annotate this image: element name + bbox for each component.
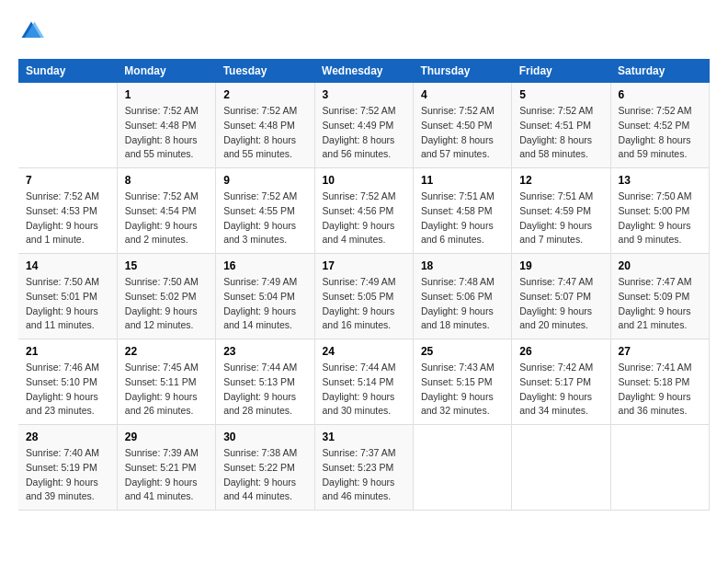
day-cell: 21 Sunrise: 7:46 AMSunset: 5:10 PMDaylig…	[18, 339, 117, 425]
day-cell: 10 Sunrise: 7:52 AMSunset: 4:56 PMDaylig…	[314, 168, 413, 254]
day-cell: 25 Sunrise: 7:43 AMSunset: 5:15 PMDaylig…	[413, 339, 511, 425]
week-row-4: 21 Sunrise: 7:46 AMSunset: 5:10 PMDaylig…	[18, 339, 710, 425]
day-cell: 23 Sunrise: 7:44 AMSunset: 5:13 PMDaylig…	[216, 339, 314, 425]
day-info: Sunrise: 7:43 AMSunset: 5:15 PMDaylight:…	[421, 361, 504, 419]
day-info: Sunrise: 7:50 AMSunset: 5:02 PMDaylight:…	[125, 275, 208, 333]
day-cell: 5 Sunrise: 7:52 AMSunset: 4:51 PMDayligh…	[512, 83, 610, 168]
day-cell: 27 Sunrise: 7:41 AMSunset: 5:18 PMDaylig…	[610, 339, 709, 425]
day-cell: 26 Sunrise: 7:42 AMSunset: 5:17 PMDaylig…	[512, 339, 610, 425]
day-number: 30	[223, 431, 306, 443]
day-cell: 28 Sunrise: 7:40 AMSunset: 5:19 PMDaylig…	[18, 425, 117, 511]
week-row-5: 28 Sunrise: 7:40 AMSunset: 5:19 PMDaylig…	[18, 425, 710, 511]
column-header-sunday: Sunday	[18, 59, 117, 83]
day-info: Sunrise: 7:48 AMSunset: 5:06 PMDaylight:…	[421, 275, 504, 333]
day-info: Sunrise: 7:52 AMSunset: 4:51 PMDaylight:…	[519, 104, 602, 162]
day-number: 31	[323, 431, 405, 443]
day-cell: 9 Sunrise: 7:52 AMSunset: 4:55 PMDayligh…	[216, 168, 314, 254]
day-info: Sunrise: 7:39 AMSunset: 5:21 PMDaylight:…	[125, 446, 208, 504]
week-row-2: 7 Sunrise: 7:52 AMSunset: 4:53 PMDayligh…	[18, 168, 710, 254]
day-number: 8	[125, 174, 208, 187]
day-cell: 16 Sunrise: 7:49 AMSunset: 5:04 PMDaylig…	[216, 254, 314, 339]
day-cell: 2 Sunrise: 7:52 AMSunset: 4:48 PMDayligh…	[216, 83, 314, 168]
day-number: 29	[125, 431, 208, 443]
day-info: Sunrise: 7:50 AMSunset: 5:01 PMDaylight:…	[26, 275, 109, 333]
day-cell: 24 Sunrise: 7:44 AMSunset: 5:14 PMDaylig…	[314, 339, 413, 425]
day-cell: 20 Sunrise: 7:47 AMSunset: 5:09 PMDaylig…	[610, 254, 709, 339]
day-info: Sunrise: 7:50 AMSunset: 5:00 PMDaylight:…	[619, 190, 701, 247]
day-cell: 3 Sunrise: 7:52 AMSunset: 4:49 PMDayligh…	[314, 83, 413, 168]
day-cell	[512, 425, 610, 511]
day-info: Sunrise: 7:51 AMSunset: 4:59 PMDaylight:…	[519, 190, 602, 247]
day-info: Sunrise: 7:52 AMSunset: 4:56 PMDaylight:…	[323, 190, 405, 247]
day-info: Sunrise: 7:38 AMSunset: 5:22 PMDaylight:…	[223, 446, 306, 504]
day-number: 12	[519, 174, 602, 187]
day-info: Sunrise: 7:52 AMSunset: 4:55 PMDaylight:…	[223, 190, 306, 247]
column-header-friday: Friday	[512, 59, 610, 83]
day-info: Sunrise: 7:47 AMSunset: 5:09 PMDaylight:…	[619, 275, 701, 333]
page-header	[18, 18, 710, 44]
day-cell: 8 Sunrise: 7:52 AMSunset: 4:54 PMDayligh…	[117, 168, 215, 254]
column-header-saturday: Saturday	[610, 59, 709, 83]
day-info: Sunrise: 7:49 AMSunset: 5:05 PMDaylight:…	[323, 275, 405, 333]
day-number: 7	[26, 174, 109, 187]
day-number: 19	[519, 259, 602, 272]
column-header-monday: Monday	[117, 59, 215, 83]
day-info: Sunrise: 7:45 AMSunset: 5:11 PMDaylight:…	[125, 361, 208, 419]
logo-icon	[18, 18, 44, 44]
day-cell: 11 Sunrise: 7:51 AMSunset: 4:58 PMDaylig…	[413, 168, 511, 254]
day-number: 2	[223, 88, 306, 101]
day-number: 10	[323, 174, 405, 187]
day-info: Sunrise: 7:52 AMSunset: 4:49 PMDaylight:…	[323, 104, 405, 162]
day-info: Sunrise: 7:41 AMSunset: 5:18 PMDaylight:…	[619, 361, 701, 419]
day-cell: 29 Sunrise: 7:39 AMSunset: 5:21 PMDaylig…	[117, 425, 215, 511]
column-header-tuesday: Tuesday	[216, 59, 314, 83]
day-number: 24	[323, 345, 405, 358]
header-row: SundayMondayTuesdayWednesdayThursdayFrid…	[18, 59, 710, 83]
logo	[18, 18, 48, 44]
day-cell: 22 Sunrise: 7:45 AMSunset: 5:11 PMDaylig…	[117, 339, 215, 425]
day-cell: 19 Sunrise: 7:47 AMSunset: 5:07 PMDaylig…	[512, 254, 610, 339]
calendar-body: 1 Sunrise: 7:52 AMSunset: 4:48 PMDayligh…	[18, 83, 710, 511]
day-number: 23	[223, 345, 306, 358]
week-row-3: 14 Sunrise: 7:50 AMSunset: 5:01 PMDaylig…	[18, 254, 710, 339]
week-row-1: 1 Sunrise: 7:52 AMSunset: 4:48 PMDayligh…	[18, 83, 710, 168]
day-number: 22	[125, 345, 208, 358]
day-cell: 31 Sunrise: 7:37 AMSunset: 5:23 PMDaylig…	[314, 425, 413, 511]
day-cell: 17 Sunrise: 7:49 AMSunset: 5:05 PMDaylig…	[314, 254, 413, 339]
column-header-thursday: Thursday	[413, 59, 511, 83]
day-number: 9	[223, 174, 306, 187]
day-cell	[18, 83, 117, 168]
day-number: 15	[125, 259, 208, 272]
calendar-header: SundayMondayTuesdayWednesdayThursdayFrid…	[18, 59, 710, 83]
day-number: 16	[223, 259, 306, 272]
day-cell: 7 Sunrise: 7:52 AMSunset: 4:53 PMDayligh…	[18, 168, 117, 254]
day-number: 4	[421, 88, 504, 101]
day-cell: 30 Sunrise: 7:38 AMSunset: 5:22 PMDaylig…	[216, 425, 314, 511]
day-number: 11	[421, 174, 504, 187]
day-info: Sunrise: 7:51 AMSunset: 4:58 PMDaylight:…	[421, 190, 504, 247]
day-number: 21	[26, 345, 109, 358]
day-number: 13	[619, 174, 701, 187]
day-number: 28	[26, 431, 109, 443]
day-cell: 15 Sunrise: 7:50 AMSunset: 5:02 PMDaylig…	[117, 254, 215, 339]
day-number: 6	[619, 88, 701, 101]
day-number: 14	[26, 259, 109, 272]
day-info: Sunrise: 7:47 AMSunset: 5:07 PMDaylight:…	[519, 275, 602, 333]
day-cell: 1 Sunrise: 7:52 AMSunset: 4:48 PMDayligh…	[117, 83, 215, 168]
day-info: Sunrise: 7:52 AMSunset: 4:48 PMDaylight:…	[223, 104, 306, 162]
day-info: Sunrise: 7:49 AMSunset: 5:04 PMDaylight:…	[223, 275, 306, 333]
day-cell: 4 Sunrise: 7:52 AMSunset: 4:50 PMDayligh…	[413, 83, 511, 168]
day-info: Sunrise: 7:42 AMSunset: 5:17 PMDaylight:…	[519, 361, 602, 419]
day-info: Sunrise: 7:52 AMSunset: 4:53 PMDaylight:…	[26, 190, 109, 247]
day-cell: 6 Sunrise: 7:52 AMSunset: 4:52 PMDayligh…	[610, 83, 709, 168]
day-number: 3	[323, 88, 405, 101]
day-info: Sunrise: 7:52 AMSunset: 4:48 PMDaylight:…	[125, 104, 208, 162]
day-cell: 13 Sunrise: 7:50 AMSunset: 5:00 PMDaylig…	[610, 168, 709, 254]
day-number: 5	[519, 88, 602, 101]
day-cell: 18 Sunrise: 7:48 AMSunset: 5:06 PMDaylig…	[413, 254, 511, 339]
day-cell: 14 Sunrise: 7:50 AMSunset: 5:01 PMDaylig…	[18, 254, 117, 339]
day-info: Sunrise: 7:40 AMSunset: 5:19 PMDaylight:…	[26, 446, 109, 504]
day-info: Sunrise: 7:37 AMSunset: 5:23 PMDaylight:…	[323, 446, 405, 504]
day-number: 1	[125, 88, 208, 101]
day-info: Sunrise: 7:44 AMSunset: 5:14 PMDaylight:…	[323, 361, 405, 419]
